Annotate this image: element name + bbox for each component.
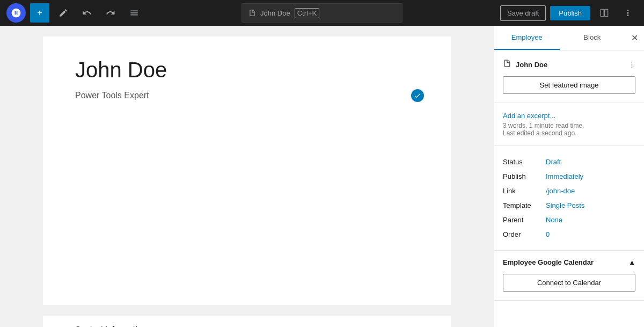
search-bar: John Doe Ctrl+K xyxy=(148,3,496,23)
order-row: Order 0 xyxy=(503,227,635,242)
link-value[interactable]: /john-doe xyxy=(546,184,635,198)
set-featured-image-button[interactable]: Set featured image xyxy=(503,76,635,94)
template-value[interactable]: Single Posts xyxy=(546,198,635,213)
parent-row: Parent None xyxy=(503,213,635,227)
add-excerpt-link[interactable]: Add an excerpt... xyxy=(503,112,555,120)
order-value[interactable]: 0 xyxy=(546,227,635,242)
svg-rect-1 xyxy=(605,9,608,17)
save-draft-button[interactable]: Save draft xyxy=(500,5,546,21)
status-row: Status Draft xyxy=(503,155,635,169)
post-section-title: John Doe xyxy=(516,61,624,69)
undo-button[interactable] xyxy=(77,3,97,23)
search-text: John Doe xyxy=(260,9,290,17)
order-label: Order xyxy=(503,227,546,242)
post-icon xyxy=(503,59,511,70)
add-block-button[interactable]: + xyxy=(30,3,49,23)
template-label: Template xyxy=(503,198,546,213)
menu-icon-button[interactable] xyxy=(125,3,144,23)
google-calendar-chevron-icon: ▲ xyxy=(628,258,635,266)
google-calendar-section: Employee Google Calendar ▲ Connect to Ca… xyxy=(494,251,644,301)
parent-value[interactable]: None xyxy=(546,213,635,227)
sidebar: Employee Block ✕ John Doe ⋮ Set featured… xyxy=(494,26,644,327)
post-section-header: John Doe ⋮ xyxy=(503,59,635,70)
template-row: Template Single Posts xyxy=(503,198,635,213)
status-label: Status xyxy=(503,155,546,169)
tab-block[interactable]: Block xyxy=(560,26,625,50)
toolbar-right: Save draft Publish xyxy=(500,3,638,23)
post-section-menu-icon[interactable]: ⋮ xyxy=(628,61,635,69)
post-subtitle: Power Tools Expert xyxy=(75,91,419,100)
google-calendar-body: Connect to Calendar xyxy=(494,274,644,300)
tab-employee[interactable]: Employee xyxy=(494,26,560,50)
publish-label: Publish xyxy=(503,169,546,184)
contact-section: Contact Information ▲ WordPress User Ema… xyxy=(43,316,451,327)
publish-value[interactable]: Immediately xyxy=(546,169,635,184)
svg-rect-0 xyxy=(601,9,604,17)
main-layout: John Doe Power Tools Expert Contact Info… xyxy=(0,26,644,327)
post-title[interactable]: John Doe xyxy=(75,58,419,82)
editor-content: John Doe Power Tools Expert xyxy=(43,37,451,305)
status-value[interactable]: Draft xyxy=(546,155,635,169)
redo-button[interactable] xyxy=(101,3,120,23)
sidebar-excerpt-section: Add an excerpt... 3 words, 1 minute read… xyxy=(494,103,644,146)
close-sidebar-button[interactable]: ✕ xyxy=(625,28,644,48)
connect-calendar-button[interactable]: Connect to Calendar xyxy=(503,274,635,292)
contact-accordion-header[interactable]: Contact Information ▲ xyxy=(43,316,451,327)
editor-area: John Doe Power Tools Expert Contact Info… xyxy=(0,26,494,327)
contact-section-title: Contact Information xyxy=(75,325,147,327)
sidebar-tabs: Employee Block ✕ xyxy=(494,26,644,50)
search-shortcut: Ctrl+K xyxy=(295,8,319,18)
toolbar: + John Doe Ctrl+K Save draft Publish xyxy=(0,0,644,26)
excerpt-meta-text: 3 words, 1 minute read time.Last edited … xyxy=(503,122,635,137)
view-mode-button[interactable] xyxy=(595,3,614,23)
edit-icon-button[interactable] xyxy=(54,3,73,23)
link-row: Link /john-doe xyxy=(503,184,635,198)
link-label: Link xyxy=(503,184,546,198)
google-calendar-accordion-header[interactable]: Employee Google Calendar ▲ xyxy=(494,251,644,274)
sidebar-post-section: John Doe ⋮ Set featured image xyxy=(494,50,644,103)
publish-row: Publish Immediately xyxy=(503,169,635,184)
more-options-button[interactable] xyxy=(618,3,638,23)
command-search[interactable]: John Doe Ctrl+K xyxy=(241,3,402,23)
wp-logo-icon[interactable] xyxy=(6,3,26,23)
checkmark-badge xyxy=(411,89,424,102)
google-calendar-title: Employee Google Calendar xyxy=(503,258,594,266)
sidebar-status-section: Status Draft Publish Immediately Link /j… xyxy=(494,146,644,251)
publish-button[interactable]: Publish xyxy=(550,6,590,20)
meta-table: Status Draft Publish Immediately Link /j… xyxy=(503,155,635,242)
parent-label: Parent xyxy=(503,213,546,227)
